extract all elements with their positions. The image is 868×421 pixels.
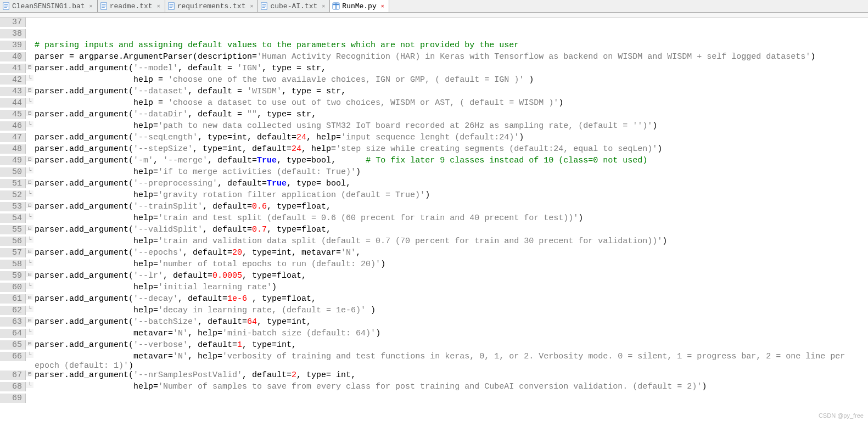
code-content[interactable]: help = 'choose one of the two availavle … [33,75,868,85]
code-content[interactable]: parser.add_argument('--trainSplit', defa… [33,202,868,211]
code-line[interactable]: 51⊟parser.add_argument('--preprocessing'… [0,179,868,190]
fold-marker[interactable]: ⊟ [26,225,33,231]
code-line[interactable]: 40parser = argparse.ArgumentParser(descr… [0,52,868,64]
fold-marker[interactable]: ⊟ [26,340,33,346]
token-str: 'Human Activity Recognition (HAR) in Ker… [257,52,810,61]
fold-marker[interactable]: ⊟ [26,271,33,277]
code-content[interactable]: parser.add_argument('--model', default =… [33,64,868,73]
token-id: help= [35,121,158,131]
token-id: ) [356,167,361,177]
tab-runme-py[interactable]: RunMe.py✕ [330,0,389,12]
code-content[interactable]: help='gravity rotation filter applicatio… [33,190,868,200]
code-line[interactable]: 58└ help='number of total epochs to run … [0,260,868,271]
code-line[interactable]: 65⊟parser.add_argument('--verbose', defa… [0,340,868,352]
code-line[interactable]: 56└ help='train and validation data spli… [0,237,868,248]
code-line[interactable]: 54└ help='train and test split (default … [0,214,868,225]
code-content[interactable]: # parsing inputs and assigning default v… [33,41,868,50]
close-icon[interactable]: ✕ [156,3,161,9]
code-content[interactable]: help='path to new data collected using S… [33,121,868,131]
code-line[interactable]: 57⊟parser.add_argument('--epochs', defau… [0,248,868,260]
token-str: 'N' [173,352,188,361]
code-line[interactable]: 49⊟parser.add_argument('-m', '--merge', … [0,156,868,167]
token-id: parser = argparse.ArgumentParser(descrip… [35,52,257,61]
fold-marker[interactable]: ⊟ [26,294,33,300]
code-line[interactable]: 45⊟parser.add_argument('--dataDir', defa… [0,110,868,121]
code-content[interactable]: parser.add_argument('--batchSize', defau… [33,317,868,327]
code-line[interactable]: 38 [0,29,868,41]
code-line[interactable]: 55⊟parser.add_argument('--validSplit', d… [0,225,868,237]
code-line[interactable]: 66└ metavar='N', help='verbosity of trai… [0,352,868,371]
code-content[interactable]: parser.add_argument('--epochs', default=… [33,248,868,257]
code-content[interactable]: parser.add_argument('--dataset', default… [33,87,868,96]
code-content[interactable]: parser = argparse.ArgumentParser(descrip… [33,52,868,61]
code-line[interactable]: 62└ help='decay in learning rate, (defau… [0,306,868,317]
code-content[interactable]: parser.add_argument('--validSplit', defa… [33,225,868,234]
code-content[interactable]: parser.add_argument('-m', '--merge', def… [33,156,868,165]
line-number: 65 [0,340,26,350]
code-line[interactable]: 48parser.add_argument('--stepSize', type… [0,144,868,156]
code-line[interactable]: 39# parsing inputs and assigning default… [0,41,868,52]
close-icon[interactable]: ✕ [88,3,94,9]
fold-marker[interactable]: ⊟ [26,64,33,70]
code-line[interactable]: 67⊟parser.add_argument('--nrSamplesPostV… [0,371,868,382]
line-number: 48 [0,144,26,154]
code-line[interactable]: 50└ help='if to merge activities (defaul… [0,167,868,179]
code-content[interactable]: parser.add_argument('--verbose', default… [33,340,868,350]
code-line[interactable]: 60└ help='initial learning rate') [0,283,868,294]
tab-requirements-txt[interactable]: requirements.txt✕ [165,0,259,12]
close-icon[interactable]: ✕ [249,3,254,9]
fold-marker[interactable]: ⊟ [26,202,33,208]
fold-marker[interactable]: ⊟ [26,110,33,116]
code-content[interactable]: help = 'choose a dataset to use out of t… [33,98,868,108]
code-content[interactable]: parser.add_argument('--stepSize', type=i… [33,144,868,154]
code-line[interactable]: 37 [0,18,868,29]
code-content[interactable]: metavar='N', help='mini-batch size (defa… [33,329,868,338]
line-number: 37 [0,18,26,27]
code-line[interactable]: 69 [0,394,868,405]
code-line[interactable]: 68└ help='Number of samples to save from… [0,382,868,394]
code-line[interactable]: 42└ help = 'choose one of the two availa… [0,75,868,87]
code-line[interactable]: 64└ metavar='N', help='mini-batch size (… [0,329,868,340]
fold-marker[interactable]: ⊟ [26,87,33,93]
fold-marker[interactable]: ⊟ [26,156,33,162]
token-id: parser.add_argument( [35,144,133,154]
code-content[interactable]: help='initial learning rate') [33,283,868,292]
code-line[interactable]: 46└ help='path to new data collected usi… [0,121,868,133]
code-content[interactable]: metavar='N', help='verbosity of training… [33,352,868,371]
fold-marker[interactable]: ⊟ [26,317,33,323]
fold-marker[interactable]: ⊟ [26,371,33,377]
fold-marker[interactable]: ⊟ [26,248,33,254]
code-content[interactable]: parser.add_argument('--lr', default=0.00… [33,271,868,280]
code-content[interactable]: parser.add_argument('--seqLength', type=… [33,133,868,142]
code-line[interactable]: 44└ help = 'choose a dataset to use out … [0,98,868,110]
token-id: , type=float, [267,225,331,234]
code-line[interactable]: 47parser.add_argument('--seqLength', typ… [0,133,868,144]
code-line[interactable]: 61⊟parser.add_argument('--decay', defaul… [0,294,868,306]
close-icon[interactable]: ✕ [321,3,326,9]
token-str: 'choose one of the two availavle choices… [168,75,524,85]
token-id: , type=float, [247,294,316,304]
code-content[interactable]: help='train and validation data split (d… [33,237,868,246]
code-line[interactable]: 52└ help='gravity rotation filter applic… [0,190,868,202]
line-number: 39 [0,41,26,50]
code-line[interactable]: 43⊟parser.add_argument('--dataset', defa… [0,87,868,98]
code-content[interactable]: help='train and test split (default = 0.… [33,214,868,223]
tab-cube-ai-txt[interactable]: cube-AI.txt✕ [258,0,330,12]
code-content[interactable]: help='Number of samples to save from eve… [33,382,868,391]
code-content[interactable]: help='decay in learning rate, (default =… [33,306,868,315]
code-editor[interactable]: 373839# parsing inputs and assigning def… [0,18,868,421]
code-content[interactable]: help='if to merge activities (default: T… [33,167,868,177]
code-content[interactable]: help='number of total epochs to run (def… [33,260,868,269]
tab-cleansensing1-bat[interactable]: CleanSENSING1.bat✕ [0,0,98,12]
code-content[interactable]: parser.add_argument('--nrSamplesPostVali… [33,371,868,380]
code-line[interactable]: 63⊟parser.add_argument('--batchSize', de… [0,317,868,329]
code-content[interactable]: parser.add_argument('--preprocessing', d… [33,179,868,188]
code-content[interactable]: parser.add_argument('--dataDir', default… [33,110,868,119]
tab-readme-txt[interactable]: readme.txt✕ [98,0,165,12]
close-icon[interactable]: ✕ [380,3,385,9]
code-line[interactable]: 53⊟parser.add_argument('--trainSplit', d… [0,202,868,214]
code-line[interactable]: 59⊟parser.add_argument('--lr', default=0… [0,271,868,283]
code-line[interactable]: 41⊟parser.add_argument('--model', defaul… [0,64,868,75]
fold-marker[interactable]: ⊟ [26,179,33,185]
code-content[interactable]: parser.add_argument('--decay', default=1… [33,294,868,304]
